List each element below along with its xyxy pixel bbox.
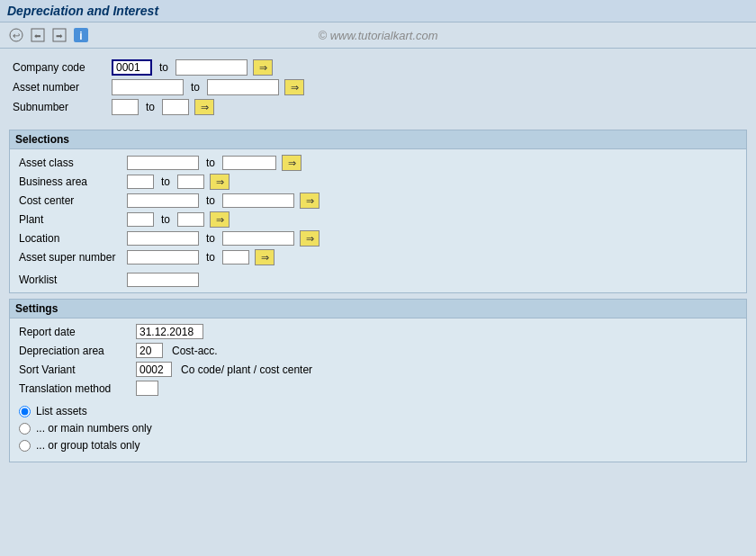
asset-number-arrow-btn[interactable]: ⇒	[284, 79, 304, 95]
title-bar: Depreciation and Interest	[0, 0, 756, 22]
asset-number-from[interactable]	[112, 79, 184, 95]
sort-variant-label: Sort Variant	[19, 363, 136, 376]
report-date-label: Report date	[19, 326, 136, 338]
svg-text:↩: ↩	[13, 31, 20, 40]
plant-to[interactable]	[177, 212, 204, 227]
asset-class-arrow-btn[interactable]: ⇒	[282, 155, 302, 171]
watermark: © www.tutorialkart.com	[318, 29, 437, 42]
depreciation-area-label: Depreciation area	[19, 345, 136, 357]
toolbar: ↩ ⬅ ➡ i © www.tutorialkart.com	[0, 22, 756, 49]
radio-main-numbers: ... or main numbers only	[19, 422, 737, 435]
sort-variant-row: Sort Variant Co code/ plant / cost cente…	[19, 362, 737, 377]
sort-variant-input[interactable]	[136, 362, 172, 377]
settings-body: Report date Depreciation area Cost-acc. …	[10, 318, 746, 462]
subnumber-to-label: to	[146, 101, 155, 113]
asset-super-number-label: Asset super number	[19, 251, 127, 264]
report-date-input[interactable]	[136, 324, 203, 339]
asset-class-row: Asset class to ⇒	[19, 155, 737, 171]
cost-center-arrow-btn[interactable]: ⇒	[300, 193, 320, 209]
translation-method-row: Translation method	[19, 381, 737, 396]
company-code-arrow-btn[interactable]: ⇒	[253, 59, 273, 76]
top-section: Company code to ⇒ Asset number to ⇒ Subn…	[9, 54, 747, 124]
radio-group-totals-label: ... or group totals only	[36, 439, 140, 452]
radio-main-numbers-label: ... or main numbers only	[36, 422, 152, 435]
main-content: Company code to ⇒ Asset number to ⇒ Subn…	[0, 49, 756, 473]
subnumber-label: Subnumber	[13, 101, 112, 113]
location-arrow-btn[interactable]: ⇒	[300, 230, 320, 247]
asset-number-row: Asset number to ⇒	[13, 79, 743, 95]
location-row: Location to ⇒	[19, 230, 737, 247]
plant-from[interactable]	[127, 212, 154, 227]
report-date-row: Report date	[19, 324, 737, 339]
location-label: Location	[19, 232, 127, 245]
info-icon[interactable]: i	[72, 26, 90, 44]
back-icon[interactable]: ⬅	[29, 26, 47, 44]
translation-method-label: Translation method	[19, 382, 136, 395]
company-code-to[interactable]	[176, 59, 248, 76]
worklist-row: Worklist	[19, 273, 737, 287]
worklist-label: Worklist	[19, 274, 127, 286]
business-area-from[interactable]	[127, 175, 154, 189]
location-to[interactable]	[222, 231, 294, 246]
selections-header: Selections	[10, 130, 746, 149]
cost-center-to[interactable]	[222, 193, 294, 208]
depreciation-area-row: Depreciation area Cost-acc.	[19, 343, 737, 358]
save-icon[interactable]: ↩	[7, 26, 25, 44]
asset-super-number-from[interactable]	[127, 250, 199, 265]
plant-row: Plant to ⇒	[19, 211, 737, 228]
cost-center-row: Cost center to ⇒	[19, 193, 737, 209]
business-area-to[interactable]	[177, 175, 204, 189]
selections-section: Selections Asset class to ⇒ Business are…	[9, 130, 747, 293]
radio-main-numbers-input[interactable]	[19, 423, 31, 435]
asset-super-number-arrow-btn[interactable]: ⇒	[255, 249, 274, 265]
asset-number-to-label: to	[191, 81, 200, 94]
asset-class-from[interactable]	[127, 156, 199, 170]
asset-super-number-row: Asset super number to ⇒	[19, 249, 737, 265]
cost-center-from[interactable]	[127, 193, 199, 208]
plant-arrow-btn[interactable]: ⇒	[210, 211, 230, 228]
forward-icon[interactable]: ➡	[50, 26, 68, 44]
page-title: Depreciation and Interest	[7, 4, 158, 18]
business-area-label: Business area	[19, 175, 127, 188]
cost-center-label: Cost center	[19, 194, 127, 207]
radio-list-assets-label: List assets	[36, 405, 87, 417]
company-code-to-label: to	[159, 61, 168, 74]
company-code-from[interactable]	[112, 59, 152, 76]
sort-variant-desc: Co code/ plant / cost center	[181, 363, 312, 376]
subnumber-arrow-btn[interactable]: ⇒	[194, 99, 214, 115]
depreciation-area-input[interactable]	[136, 343, 163, 358]
radio-list-assets-input[interactable]	[19, 406, 31, 417]
asset-number-label: Asset number	[13, 81, 112, 94]
settings-header: Settings	[10, 300, 746, 318]
selections-body: Asset class to ⇒ Business area to ⇒ Cost…	[10, 149, 746, 292]
business-area-arrow-btn[interactable]: ⇒	[210, 174, 230, 190]
subnumber-from[interactable]	[112, 99, 139, 115]
svg-text:i: i	[79, 30, 82, 42]
worklist-input[interactable]	[127, 273, 199, 287]
translation-method-input[interactable]	[136, 381, 158, 396]
radio-group: List assets ... or main numbers only ...…	[19, 405, 737, 452]
subnumber-row: Subnumber to ⇒	[13, 99, 743, 115]
radio-list-assets: List assets	[19, 405, 737, 417]
company-code-row: Company code to ⇒	[13, 59, 743, 76]
asset-class-label: Asset class	[19, 157, 127, 169]
settings-section: Settings Report date Depreciation area C…	[9, 299, 747, 462]
svg-text:⬅: ⬅	[34, 31, 41, 40]
location-from[interactable]	[127, 231, 199, 246]
depreciation-area-desc: Cost-acc.	[172, 345, 218, 357]
business-area-row: Business area to ⇒	[19, 174, 737, 190]
asset-class-to[interactable]	[222, 156, 276, 170]
company-code-label: Company code	[13, 61, 112, 74]
svg-text:➡: ➡	[56, 31, 63, 40]
asset-super-number-to[interactable]	[222, 250, 249, 265]
subnumber-to[interactable]	[162, 99, 189, 115]
radio-group-totals: ... or group totals only	[19, 439, 737, 452]
asset-number-to[interactable]	[207, 79, 279, 95]
radio-group-totals-input[interactable]	[19, 440, 31, 452]
plant-label: Plant	[19, 213, 127, 226]
